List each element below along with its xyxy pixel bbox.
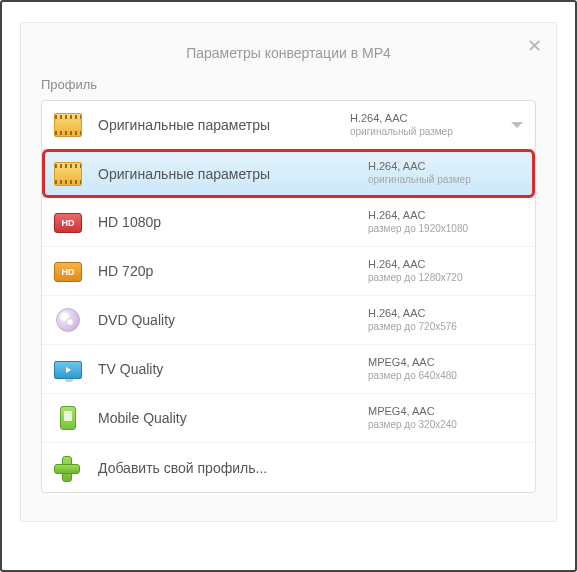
option-name: HD 720p [98,263,368,279]
hd-icon: HD [54,262,82,282]
option-name: HD 1080p [98,214,368,230]
option-dvd[interactable]: DVD Quality H.264, AAC размер до 720x576 [42,296,535,345]
selector-codec: H.264, AAC [350,112,505,126]
option-codec: MPEG4, AAC [368,405,523,419]
option-original[interactable]: Оригинальные параметры H.264, AAC оригин… [42,149,535,198]
profile-label: Профиль [41,77,536,92]
option-mobile[interactable]: Mobile Quality MPEG4, AAC размер до 320x… [42,394,535,443]
profile-selector[interactable]: Оригинальные параметры H.264, AAC оригин… [41,100,536,150]
plus-icon [54,456,78,480]
option-codec: MPEG4, AAC [368,356,523,370]
option-codec: H.264, AAC [368,307,523,321]
chevron-down-icon [511,122,523,128]
option-add-custom[interactable]: Добавить свой профиль... [42,443,535,492]
close-icon[interactable]: ✕ [527,35,542,57]
option-size: оригинальный размер [368,174,523,187]
disc-icon [56,308,80,332]
dialog-panel: Параметры конвертации в MP4 ✕ Профиль Ор… [20,22,557,522]
option-hd720p[interactable]: HD HD 720p H.264, AAC размер до 1280x720 [42,247,535,296]
option-size: размер до 1280x720 [368,272,523,285]
profile-dropdown: Оригинальные параметры H.264, AAC оригин… [41,149,536,493]
option-size: размер до 640x480 [368,370,523,383]
selector-size: оригинальный размер [350,126,505,139]
selector-meta: H.264, AAC оригинальный размер [350,112,505,138]
hd-icon: HD [54,213,82,233]
option-codec: H.264, AAC [368,209,523,223]
option-tv[interactable]: TV Quality MPEG4, AAC размер до 640x480 [42,345,535,394]
option-codec: H.264, AAC [368,160,523,174]
film-icon [54,162,82,186]
phone-icon [60,406,76,430]
option-hd1080p[interactable]: HD HD 1080p H.264, AAC размер до 1920x10… [42,198,535,247]
option-name: Mobile Quality [98,410,368,426]
profile-section: Профиль Оригинальные параметры H.264, AA… [21,67,556,493]
option-name: Добавить свой профиль... [98,460,368,476]
option-codec: H.264, AAC [368,258,523,272]
option-name: DVD Quality [98,312,368,328]
option-size: размер до 320x240 [368,419,523,432]
option-name: Оригинальные параметры [98,166,368,182]
film-icon [54,113,82,137]
option-size: размер до 1920x1080 [368,223,523,236]
dialog-title: Параметры конвертации в MP4 [21,33,556,67]
option-name: TV Quality [98,361,368,377]
monitor-icon [54,361,82,379]
selector-name: Оригинальные параметры [98,117,350,133]
selector-labels: Оригинальные параметры H.264, AAC оригин… [98,112,505,138]
window-frame: Параметры конвертации в MP4 ✕ Профиль Ор… [0,0,577,572]
option-size: размер до 720x576 [368,321,523,334]
